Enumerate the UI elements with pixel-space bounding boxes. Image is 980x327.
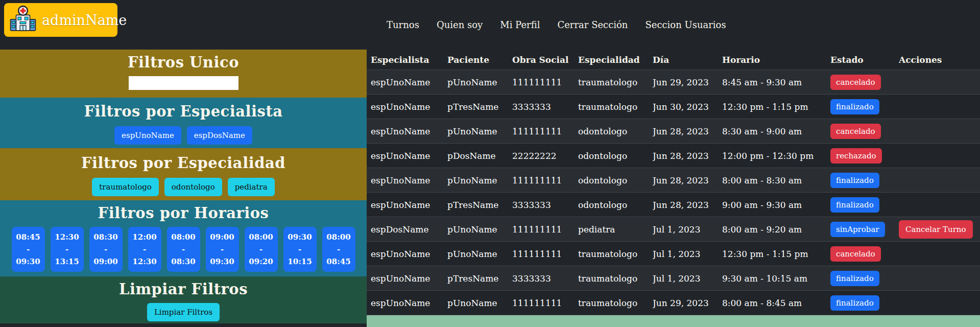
nav-link-cerrar-secci-n[interactable]: Cerrar Sección [557, 19, 628, 30]
status-badge-sinaprobar: sinAprobar [830, 222, 885, 237]
status-badge-finalizado: finalizado [830, 197, 879, 213]
filter-horario-0800-0920[interactable]: 08:00-09:20 [245, 227, 278, 272]
cell-especialidad: odontologo [578, 175, 653, 185]
filter-especialista-espunoname[interactable]: espUnoName [114, 126, 181, 145]
table-row: espUnoNamepDosName22222222odontologoJun … [367, 144, 980, 168]
table-row: espUnoNamepUnoName111111111traumatologoJ… [367, 70, 980, 95]
section-filtros-unico: Filtros Unico [0, 50, 367, 98]
filter-especialidad-odontologo[interactable]: odontologo [164, 178, 222, 196]
table-row: espUnoNamepTresName3333333traumatologoJu… [367, 95, 980, 119]
nav-link-seccion-usuarios[interactable]: Seccion Usuarios [645, 19, 726, 30]
filter-horario-0800-0830[interactable]: 08:00-08:30 [167, 227, 200, 272]
cell-horario: 8:30 am - 9:00 am [722, 126, 830, 136]
cell-obra-social: 111111111 [512, 298, 578, 308]
cell-dia: Jun 29, 2023 [653, 298, 722, 308]
cell-especialidad: traumatologo [578, 102, 653, 112]
table-row: espUnoNamepUnoName111111111traumatologoJ… [367, 242, 980, 266]
filtros-especialista-title: Filtros por Especialista [84, 103, 282, 120]
cell-paciente: pTresName [447, 273, 512, 284]
brand-logo[interactable]: adminName [4, 3, 117, 37]
appointments-area: EspecialistaPacienteObra SocialEspeciali… [367, 50, 980, 327]
hospital-icon [9, 5, 37, 35]
column-header-paciente: Paciente [447, 55, 512, 65]
main-nav: TurnosQuien soyMi PerfilCerrar SecciónSe… [387, 19, 726, 30]
filter-horario-0845-0930[interactable]: 08:45-09:30 [12, 227, 45, 272]
horario-button-row: 08:45-09:3012:30-13:1508:30-09:0012:00-1… [12, 227, 355, 272]
cell-paciente: pDosName [447, 151, 512, 161]
column-header-d-a: Día [653, 55, 722, 65]
cell-especialidad: traumatologo [578, 298, 653, 308]
section-filtros-especialidad: Filtros por Especialidad traumatologoodo… [0, 148, 367, 200]
cell-estado: finalizado [830, 197, 899, 213]
filter-horario-0900-0930[interactable]: 09:00-09:30 [206, 227, 239, 272]
cancelar-turno-button[interactable]: Cancelar Turno [899, 220, 973, 239]
cell-paciente: pUnoName [447, 126, 512, 136]
cell-acciones: Cancelar Turno [899, 220, 980, 239]
cell-paciente: pTresName [447, 200, 512, 210]
table-row: espUnoNamepUnoName111111111traumatologoJ… [367, 291, 980, 315]
cell-dia: Jul 1, 2023 [653, 249, 722, 259]
filter-especialidad-traumatologo[interactable]: traumatologo [92, 178, 159, 196]
cell-especialidad: odontologo [578, 126, 653, 136]
cell-especialista: espDosName [371, 224, 447, 235]
filter-horario-0800-0845[interactable]: 08:00-08:45 [322, 227, 355, 272]
cell-estado: finalizado [830, 173, 899, 188]
cell-especialidad: traumatologo [578, 77, 653, 87]
cell-paciente: pTresName [447, 102, 512, 112]
cell-estado: rechazado [830, 148, 899, 164]
cell-especialista: espUnoName [371, 77, 447, 87]
table-header-row: EspecialistaPacienteObra SocialEspeciali… [367, 50, 980, 70]
cell-especialista: espUnoName [371, 200, 447, 210]
cell-especialidad: pediatra [578, 224, 653, 235]
cell-horario: 8:45 am - 9:30 am [722, 77, 830, 87]
cell-obra-social: 111111111 [512, 77, 578, 87]
status-badge-finalizado: finalizado [830, 173, 879, 188]
cell-obra-social: 3333333 [512, 102, 578, 112]
cell-estado: finalizado [830, 99, 899, 114]
table-row: espUnoNamepUnoName111111111odontologoJun… [367, 119, 980, 144]
status-badge-finalizado: finalizado [830, 295, 879, 311]
filtro-unico-input[interactable] [129, 76, 238, 90]
filtros-unico-title: Filtros Unico [128, 54, 239, 71]
filter-horario-0930-1015[interactable]: 09:30-10:15 [283, 227, 317, 272]
filter-especialista-espdosname[interactable]: espDosName [187, 126, 252, 145]
nav-link-mi-perfil[interactable]: Mi Perfil [500, 19, 540, 30]
column-header-obra-social: Obra Social [512, 55, 578, 65]
column-header-horario: Horario [722, 55, 830, 65]
table-row: espUnoNamepUnoName111111111odontologoJun… [367, 168, 980, 193]
especialista-button-row: espUnoNameespDosName [114, 126, 252, 145]
cell-especialidad: odontologo [578, 151, 653, 161]
cell-obra-social: 3333333 [512, 200, 578, 210]
especialidad-button-row: traumatologoodontologopediatra [92, 178, 274, 196]
cell-estado: finalizado [830, 271, 899, 286]
cell-paciente: pUnoName [447, 249, 512, 259]
cell-paciente: pUnoName [447, 77, 512, 87]
filter-horario-1230-1315[interactable]: 12:30-13:15 [51, 227, 84, 272]
cell-estado: finalizado [830, 295, 899, 311]
cell-horario: 8:00 am - 8:45 am [722, 298, 830, 308]
filter-horario-0830-0900[interactable]: 08:30-09:00 [89, 227, 123, 272]
footer-strip [367, 315, 980, 327]
cell-especialidad: odontologo [578, 200, 653, 210]
nav-link-quien-soy[interactable]: Quien soy [437, 19, 483, 30]
column-header-especialidad: Especialidad [578, 55, 653, 65]
cell-dia: Jul 1, 2023 [653, 224, 722, 235]
table-row: espUnoNamepTresName3333333traumatologoJu… [367, 266, 980, 291]
filter-horario-1200-1230[interactable]: 12:00-12:30 [128, 227, 161, 272]
nav-link-turnos[interactable]: Turnos [387, 19, 419, 30]
filtros-especialidad-title: Filtros por Especialidad [81, 154, 285, 172]
cell-paciente: pUnoName [447, 298, 512, 308]
limpiar-filtros-title: Limpiar Filtros [119, 281, 248, 298]
cell-obra-social: 111111111 [512, 224, 578, 235]
limpiar-filtros-button[interactable]: Limpiar Filtros [147, 303, 220, 321]
cell-estado: cancelado [830, 75, 899, 90]
filters-sidebar: Filtros Unico Filtros por Especialista e… [0, 50, 367, 327]
table-body: espUnoNamepUnoName111111111traumatologoJ… [367, 70, 980, 315]
cell-dia: Jun 28, 2023 [653, 126, 722, 136]
cell-estado: cancelado [830, 124, 899, 139]
cell-obra-social: 3333333 [512, 273, 578, 284]
filter-especialidad-pediatra[interactable]: pediatra [228, 178, 275, 196]
cell-dia: Jun 28, 2023 [653, 151, 722, 161]
cell-horario: 12:00 pm - 12:30 pm [722, 151, 830, 161]
cell-horario: 12:30 pm - 1:15 pm [722, 249, 830, 259]
